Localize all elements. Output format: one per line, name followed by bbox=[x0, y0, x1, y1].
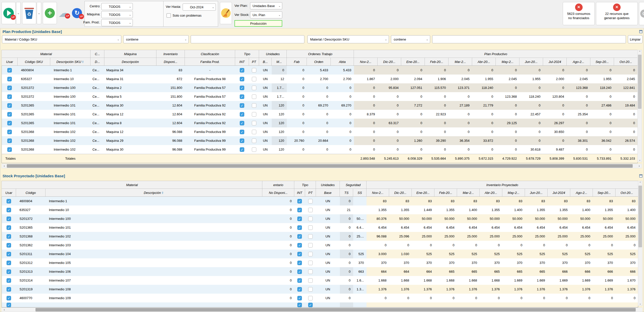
checkbox-checked[interactable]: ✓ bbox=[7, 303, 11, 307]
column-header[interactable]: SS bbox=[353, 189, 367, 197]
scroll-left-arrow[interactable]: ‹ bbox=[2, 308, 6, 312]
month-column-header[interactable]: Jun-20... bbox=[519, 58, 543, 66]
checkbox-unchecked[interactable] bbox=[308, 234, 313, 239]
checkbox-checked[interactable]: ✓ bbox=[7, 225, 11, 230]
checkbox-checked[interactable]: ✓ bbox=[297, 287, 302, 292]
scroll-thumb[interactable] bbox=[638, 186, 642, 247]
column-header[interactable]: Descripción⇧ bbox=[46, 189, 262, 197]
checkbox-checked[interactable]: ✓ bbox=[7, 243, 11, 248]
column-header[interactable]: Usar bbox=[2, 189, 16, 197]
checkbox-checked[interactable]: ✓ bbox=[7, 77, 12, 81]
month-column-header[interactable]: Mar-2... bbox=[457, 189, 480, 197]
checkbox-checked[interactable]: ✓ bbox=[297, 269, 302, 274]
checkbox-checked[interactable]: ✓ bbox=[297, 234, 302, 239]
column-header[interactable]: Base bbox=[316, 189, 340, 197]
column-header[interactable]: D... bbox=[91, 58, 104, 66]
scroll-up-arrow[interactable]: ⌃ bbox=[638, 181, 642, 185]
checkbox-unchecked[interactable] bbox=[308, 296, 313, 300]
checkbox-checked[interactable]: ✓ bbox=[7, 261, 11, 265]
checkbox-unchecked[interactable] bbox=[252, 147, 256, 152]
month-column-header[interactable]: Sep-20... bbox=[590, 58, 614, 66]
month-column-header[interactable]: Ago-2... bbox=[567, 58, 590, 66]
scroll-up-arrow[interactable]: ⌃ bbox=[638, 50, 642, 54]
month-column-header[interactable]: Jun-20... bbox=[525, 189, 548, 197]
filter-text-input-2[interactable] bbox=[432, 35, 626, 43]
checkbox-unchecked[interactable] bbox=[308, 208, 313, 212]
checkbox-checked[interactable]: ✓ bbox=[7, 112, 12, 117]
column-header[interactable]: No Disponi... bbox=[262, 189, 294, 197]
ver-plan-select[interactable]: Unidades Base⌄ bbox=[250, 2, 282, 9]
month-column-header[interactable]: Ene-20... bbox=[401, 58, 425, 66]
checkbox-checked[interactable]: ✓ bbox=[240, 86, 244, 90]
checkbox-checked[interactable]: ✓ bbox=[240, 130, 244, 134]
column-header[interactable]: Orden bbox=[307, 58, 331, 66]
scroll-right-arrow[interactable]: › bbox=[637, 164, 641, 168]
checkbox-unchecked[interactable] bbox=[308, 261, 313, 265]
checkbox-unchecked[interactable] bbox=[252, 121, 256, 125]
checkbox-unchecked[interactable] bbox=[308, 225, 313, 230]
checkbox-checked[interactable]: ✓ bbox=[7, 296, 11, 300]
column-header[interactable]: INT bbox=[235, 58, 249, 66]
checkbox-checked[interactable]: ✓ bbox=[7, 86, 12, 90]
month-column-header[interactable]: Oct-20... bbox=[616, 189, 638, 197]
maximize-icon[interactable] bbox=[639, 30, 642, 33]
checkbox-checked[interactable]: ✓ bbox=[240, 121, 244, 125]
checkbox-checked[interactable]: ✓ bbox=[7, 278, 11, 283]
checkbox-unchecked[interactable] bbox=[308, 269, 313, 274]
column-header[interactable]: Disponi... bbox=[156, 58, 185, 66]
scroll-thumb[interactable] bbox=[638, 55, 641, 109]
checkbox-checked[interactable]: ✓ bbox=[7, 199, 11, 203]
filter-text-input[interactable] bbox=[191, 35, 304, 43]
month-column-header[interactable]: Nov-2... bbox=[354, 58, 378, 66]
month-column-header[interactable]: Sep-20... bbox=[593, 189, 616, 197]
month-column-header[interactable]: Abr-20... bbox=[472, 58, 496, 66]
checkbox-checked[interactable]: ✓ bbox=[297, 208, 302, 212]
checkbox-checked[interactable]: ✓ bbox=[297, 217, 302, 221]
checkbox-checked[interactable]: ✓ bbox=[7, 252, 11, 256]
scroll-thumb[interactable] bbox=[7, 164, 633, 168]
consumos-alert-button[interactable]: × 5623 consumos no financiados bbox=[563, 2, 595, 25]
month-column-header[interactable]: Jul-2024 bbox=[548, 189, 570, 197]
ver-stock-select[interactable]: Un. Plan⌄ bbox=[250, 11, 282, 18]
checkbox-checked[interactable]: ✓ bbox=[308, 303, 313, 307]
clean-button[interactable] bbox=[220, 2, 232, 24]
column-header[interactable]: INT bbox=[294, 189, 305, 197]
delete-dropdown-button[interactable]: ⌄ bbox=[37, 2, 41, 24]
checkbox-checked[interactable]: ✓ bbox=[240, 77, 244, 81]
month-column-header[interactable]: Abr-20... bbox=[480, 189, 502, 197]
checkbox-unchecked[interactable] bbox=[308, 287, 313, 292]
upload-button[interactable]: ☁LP bbox=[57, 2, 70, 24]
checkbox-unchecked[interactable] bbox=[252, 77, 256, 81]
month-column-header[interactable]: Ene-20... bbox=[412, 189, 434, 197]
run-plan-button[interactable]: LP bbox=[2, 2, 16, 24]
checkbox-checked[interactable]: ✓ bbox=[297, 296, 302, 300]
checkbox-unchecked[interactable] bbox=[308, 252, 313, 256]
checkbox-checked[interactable]: ✓ bbox=[7, 103, 12, 108]
refresh-button[interactable]: ↻LP bbox=[71, 2, 83, 24]
month-column-header[interactable]: May-2... bbox=[502, 189, 525, 197]
checkbox-checked[interactable]: ✓ bbox=[7, 130, 12, 134]
settings-button[interactable]: ⚙ bbox=[639, 2, 644, 25]
checkbox-unchecked[interactable] bbox=[308, 278, 313, 283]
checkbox-unchecked[interactable] bbox=[252, 103, 256, 108]
column-header[interactable]: Descripción SKU⇧ bbox=[50, 58, 91, 66]
checkbox-checked[interactable]: ✓ bbox=[7, 217, 11, 221]
filter-operator-select[interactable]: contiene⌄ bbox=[123, 35, 189, 43]
scroll-left-arrow[interactable]: ‹ bbox=[2, 164, 6, 168]
maximize-icon[interactable] bbox=[639, 174, 642, 178]
checkbox-checked[interactable]: ✓ bbox=[7, 208, 11, 212]
checkbox-checked[interactable]: ✓ bbox=[7, 121, 12, 125]
column-header[interactable]: B... bbox=[259, 58, 272, 66]
run-plan-dropdown-button[interactable]: ⌄ bbox=[16, 2, 21, 24]
checkbox-checked[interactable]: ✓ bbox=[297, 243, 302, 248]
checkbox-unchecked[interactable] bbox=[252, 138, 256, 143]
scroll-thumb[interactable] bbox=[35, 308, 636, 311]
checkbox-unchecked[interactable] bbox=[252, 112, 256, 117]
column-header[interactable]: Descripción bbox=[104, 58, 156, 66]
month-column-header[interactable]: Nov-2... bbox=[367, 189, 389, 197]
month-column-header[interactable]: Feb-20... bbox=[425, 58, 449, 66]
checkbox-checked[interactable]: ✓ bbox=[7, 269, 11, 274]
quiebres-alert-button[interactable]: × 22 recursos que generan quiebres bbox=[596, 2, 638, 25]
month-column-header[interactable]: Jul-2024 bbox=[543, 58, 567, 66]
column-header[interactable]: Código bbox=[16, 189, 46, 197]
